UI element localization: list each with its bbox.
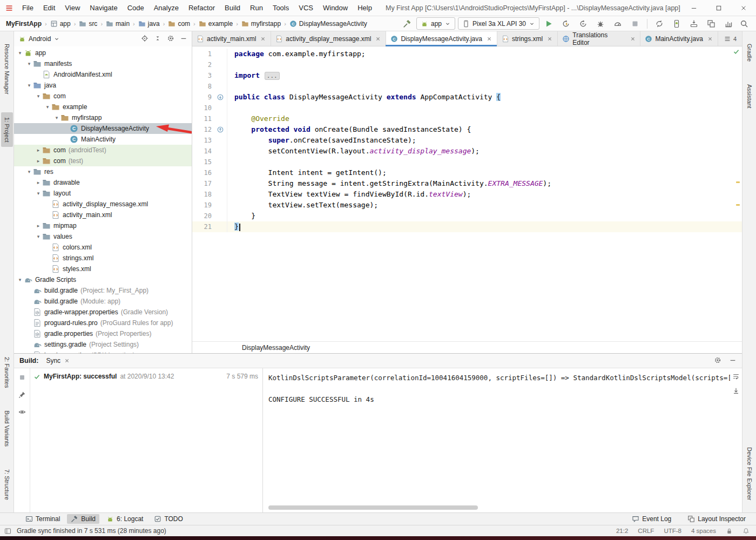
tool-strip-button-device-file-explorer[interactable]: Device File Explorer [744,442,755,505]
tree-row[interactable]: AndroidManifest.xml [14,69,192,80]
line-number[interactable]: 19 [192,200,214,211]
line-number[interactable]: 17 [192,178,214,189]
tree-row[interactable]: activity_main.xml [14,210,192,220]
soft-wrap-button[interactable] [732,373,740,382]
avd-manager-button[interactable] [670,18,683,30]
close-tab-icon[interactable] [486,36,492,42]
code-line-text[interactable]: TextView textView = findViewById(R.id.te… [227,189,742,200]
device-select[interactable]: Pixel 3a XL API 30 [458,17,539,30]
android-studio-icon[interactable] [5,4,13,12]
layout-inspector-button[interactable] [705,18,718,30]
code-line[interactable]: 10 [192,103,742,113]
tree-row[interactable]: settings.gradle(Project Settings) [14,339,192,350]
gear-button[interactable] [167,35,174,44]
line-number[interactable]: 1 [192,49,214,59]
console-line[interactable]: KotlinDslScriptsParameter(correlationId=… [268,373,730,383]
build-status-row[interactable]: MyFirstApp: successful at 2020/9/10 13:4… [33,373,258,380]
encoding-widget[interactable]: UTF-8 [664,528,681,534]
pin-button[interactable] [18,391,26,400]
tool-window-button-6-logcat[interactable]: 6: Logcat [103,514,147,524]
tree-row[interactable]: ▾com [14,91,192,102]
breadcrumb-item[interactable]: com [166,20,192,28]
code-line[interactable]: 18 TextView textView = findViewById(R.id… [192,189,742,200]
tree-row[interactable]: build.gradle(Module: app) [14,296,192,307]
tree-row[interactable]: gradle.properties(Project Properties) [14,328,192,339]
build-console[interactable]: KotlinDslScriptsParameter(correlationId=… [262,368,730,512]
editor-tab-displaymessageactivity-java[interactable]: CDisplayMessageActivity.java [386,31,497,46]
tree-row[interactable]: gradle-wrapper.properties(Gradle Version… [14,307,192,318]
breadcrumb-item[interactable]: DisplayMessageActivity [242,344,310,352]
line-number[interactable]: 14 [192,146,214,157]
chevron-open-icon[interactable]: ▾ [44,104,51,110]
locate-button[interactable] [141,35,148,44]
search-everywhere-button[interactable] [738,18,751,30]
close-tab-icon[interactable] [630,36,636,42]
code-line-text[interactable] [227,81,742,92]
code-line-text[interactable] [227,157,742,167]
code-line[interactable]: 11 @Override [192,113,742,124]
build-tab-sync[interactable]: Sync [46,357,70,364]
lock-button[interactable] [726,528,733,535]
code-line-text[interactable]: Intent intent = getIntent(); [227,167,742,178]
minimize-button[interactable] [681,0,706,16]
line-number[interactable]: 10 [192,103,214,113]
line-number[interactable]: 2 [192,59,214,70]
line-number[interactable]: 11 [192,113,214,124]
profiler-button[interactable] [722,18,735,30]
line-number[interactable]: 18 [192,189,214,200]
code-line[interactable]: 14 setContentView(R.layout.activity_disp… [192,146,742,157]
line-number[interactable]: 15 [192,157,214,167]
indent-widget[interactable]: 4 spaces [691,528,716,534]
build-project-button[interactable] [401,18,414,30]
console-line[interactable] [268,383,730,394]
code-line-text[interactable]: protected void onCreate(Bundle savedInst… [227,124,742,135]
tree-row[interactable]: strings.xml [14,253,192,264]
tool-strip-button-gradle[interactable]: Gradle [744,39,755,66]
breadcrumb-item[interactable]: app [49,20,72,28]
menu-help[interactable]: Help [353,0,377,16]
code-line-text[interactable]: } [227,211,742,221]
chevron-open-icon[interactable]: ▾ [25,61,33,66]
tool-strip-button-7-structure[interactable]: 7: Structure [1,464,13,505]
chevron-open-icon[interactable]: ▾ [16,50,24,56]
run-configuration-select[interactable]: app [416,17,455,30]
line-separator-widget[interactable]: CRLF [638,528,654,534]
menu-build[interactable]: Build [220,0,245,16]
caret-position-widget[interactable]: 21:2 [616,528,628,534]
run-button[interactable] [542,18,555,30]
close-tab-icon[interactable] [260,36,266,42]
tool-strip-button-1-project[interactable]: 1: Project [1,112,13,147]
tree-row[interactable]: CDisplayMessageActivity [14,123,192,134]
tree-row[interactable]: proguard-rules.pro(ProGuard Rules for ap… [14,318,192,328]
code-line[interactable]: 19 textView.setText(message); [192,200,742,211]
menu-tools[interactable]: Tools [268,0,294,16]
tree-row[interactable]: ▾manifests [14,58,192,69]
tree-row[interactable]: ▾values [14,231,192,242]
code-line-text[interactable]: String message = intent.getStringExtra(M… [227,178,742,189]
sdk-manager-button[interactable] [687,18,700,30]
code-line[interactable]: 20 } [192,211,742,221]
overridden-marker-icon[interactable] [217,94,224,100]
code-line[interactable]: 13 super.onCreate(savedInstanceState); [192,135,742,146]
overrides-marker-icon[interactable] [217,126,224,133]
stop-button[interactable] [18,374,26,383]
menu-vcs[interactable]: VCS [294,0,318,16]
maximize-button[interactable] [706,0,731,16]
chevron-closed-icon[interactable]: ▸ [35,147,42,153]
code-line[interactable]: 21} [192,221,742,232]
code-line[interactable]: 16 Intent intent = getIntent(); [192,167,742,178]
menu-window[interactable]: Window [318,0,353,16]
chevron-open-icon[interactable]: ▾ [53,115,60,120]
line-number[interactable]: 21 [192,221,214,232]
tool-window-button-build[interactable]: Build [67,514,99,524]
chevron-closed-icon[interactable]: ▸ [35,180,42,185]
eye-button[interactable] [18,408,26,417]
tool-strip-button-assistant[interactable]: Assistant [744,79,755,113]
breadcrumb-item[interactable]: example [197,20,234,28]
chevron-open-icon[interactable]: ▾ [35,191,42,196]
tree-row[interactable]: ▾layout [14,188,192,199]
stop-button[interactable] [629,18,642,30]
editor-tab-mainactivity-java[interactable]: CMainActivity.java [640,31,718,46]
code-line-text[interactable]: textView.setText(message); [227,200,742,211]
code-line[interactable]: 3import ... [192,70,742,81]
